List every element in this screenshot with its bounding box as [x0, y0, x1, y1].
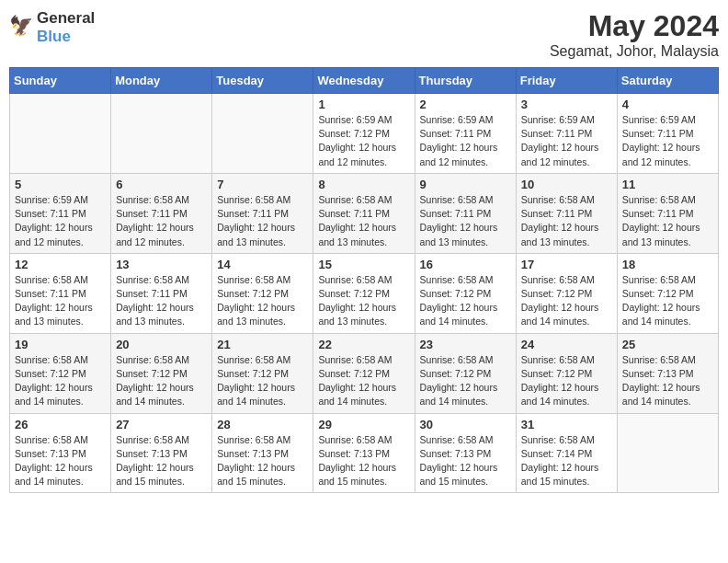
- day-number: 21: [217, 338, 308, 351]
- calendar-cell: 7Sunrise: 6:58 AM Sunset: 7:11 PM Daylig…: [212, 173, 313, 253]
- day-info: Sunrise: 6:58 AM Sunset: 7:14 PM Dayligh…: [521, 433, 612, 489]
- day-number: 8: [318, 178, 409, 191]
- day-number: 2: [420, 98, 511, 111]
- calendar-cell: 1Sunrise: 6:59 AM Sunset: 7:12 PM Daylig…: [313, 94, 415, 174]
- day-info: Sunrise: 6:58 AM Sunset: 7:13 PM Dayligh…: [15, 433, 106, 489]
- calendar-week-row: 19Sunrise: 6:58 AM Sunset: 7:12 PM Dayli…: [10, 333, 719, 413]
- weekday-header: Friday: [516, 68, 617, 94]
- day-number: 7: [217, 178, 308, 191]
- day-info: Sunrise: 6:58 AM Sunset: 7:11 PM Dayligh…: [318, 193, 409, 249]
- day-info: Sunrise: 6:58 AM Sunset: 7:12 PM Dayligh…: [420, 353, 511, 409]
- title-area: May 2024 Segamat, Johor, Malaysia: [550, 9, 719, 60]
- svg-text:🦅: 🦅: [9, 15, 34, 38]
- calendar-cell: 21Sunrise: 6:58 AM Sunset: 7:12 PM Dayli…: [212, 333, 313, 413]
- calendar-cell: 6Sunrise: 6:58 AM Sunset: 7:11 PM Daylig…: [111, 173, 212, 253]
- day-info: Sunrise: 6:58 AM Sunset: 7:12 PM Dayligh…: [622, 273, 713, 329]
- day-info: Sunrise: 6:58 AM Sunset: 7:12 PM Dayligh…: [521, 273, 612, 329]
- calendar-cell: 26Sunrise: 6:58 AM Sunset: 7:13 PM Dayli…: [10, 413, 111, 493]
- day-info: Sunrise: 6:58 AM Sunset: 7:13 PM Dayligh…: [622, 353, 713, 409]
- weekday-header: Monday: [111, 68, 212, 94]
- day-info: Sunrise: 6:59 AM Sunset: 7:11 PM Dayligh…: [521, 113, 612, 169]
- day-number: 5: [15, 178, 106, 191]
- day-number: 1: [318, 98, 409, 111]
- weekday-header: Sunday: [10, 68, 111, 94]
- day-number: 12: [15, 258, 106, 271]
- day-info: Sunrise: 6:59 AM Sunset: 7:11 PM Dayligh…: [420, 113, 511, 169]
- day-number: 25: [622, 338, 713, 351]
- day-number: 30: [420, 418, 511, 431]
- day-info: Sunrise: 6:58 AM Sunset: 7:12 PM Dayligh…: [420, 273, 511, 329]
- calendar-cell: 8Sunrise: 6:58 AM Sunset: 7:11 PM Daylig…: [313, 173, 415, 253]
- calendar-cell: 9Sunrise: 6:58 AM Sunset: 7:11 PM Daylig…: [415, 173, 516, 253]
- calendar-cell: 27Sunrise: 6:58 AM Sunset: 7:13 PM Dayli…: [111, 413, 212, 493]
- calendar-cell: [617, 413, 718, 493]
- location-subtitle: Segamat, Johor, Malaysia: [550, 43, 719, 60]
- calendar-table: SundayMondayTuesdayWednesdayThursdayFrid…: [9, 67, 719, 493]
- calendar-cell: 23Sunrise: 6:58 AM Sunset: 7:12 PM Dayli…: [415, 333, 516, 413]
- day-info: Sunrise: 6:58 AM Sunset: 7:12 PM Dayligh…: [318, 273, 409, 329]
- calendar-cell: 11Sunrise: 6:58 AM Sunset: 7:11 PM Dayli…: [617, 173, 718, 253]
- day-info: Sunrise: 6:58 AM Sunset: 7:11 PM Dayligh…: [622, 193, 713, 249]
- calendar-cell: 18Sunrise: 6:58 AM Sunset: 7:12 PM Dayli…: [617, 253, 718, 333]
- weekday-header: Wednesday: [313, 68, 415, 94]
- day-number: 23: [420, 338, 511, 351]
- calendar-cell: 16Sunrise: 6:58 AM Sunset: 7:12 PM Dayli…: [415, 253, 516, 333]
- day-number: 4: [622, 98, 713, 111]
- day-number: 15: [318, 258, 409, 271]
- day-number: 9: [420, 178, 511, 191]
- day-number: 26: [15, 418, 106, 431]
- logo: 🦅 General Blue: [9, 9, 95, 47]
- day-info: Sunrise: 6:58 AM Sunset: 7:11 PM Dayligh…: [521, 193, 612, 249]
- day-info: Sunrise: 6:58 AM Sunset: 7:11 PM Dayligh…: [116, 273, 207, 329]
- day-number: 22: [318, 338, 409, 351]
- day-info: Sunrise: 6:58 AM Sunset: 7:12 PM Dayligh…: [318, 353, 409, 409]
- day-number: 18: [622, 258, 713, 271]
- day-info: Sunrise: 6:59 AM Sunset: 7:12 PM Dayligh…: [318, 113, 409, 169]
- calendar-week-row: 5Sunrise: 6:59 AM Sunset: 7:11 PM Daylig…: [10, 173, 719, 253]
- day-info: Sunrise: 6:58 AM Sunset: 7:12 PM Dayligh…: [521, 353, 612, 409]
- day-info: Sunrise: 6:58 AM Sunset: 7:13 PM Dayligh…: [217, 433, 308, 489]
- day-info: Sunrise: 6:58 AM Sunset: 7:11 PM Dayligh…: [420, 193, 511, 249]
- day-number: 14: [217, 258, 308, 271]
- day-info: Sunrise: 6:59 AM Sunset: 7:11 PM Dayligh…: [622, 113, 713, 169]
- day-number: 3: [521, 98, 612, 111]
- calendar-cell: 24Sunrise: 6:58 AM Sunset: 7:12 PM Dayli…: [516, 333, 617, 413]
- weekday-header: Saturday: [617, 68, 718, 94]
- calendar-cell: 17Sunrise: 6:58 AM Sunset: 7:12 PM Dayli…: [516, 253, 617, 333]
- day-number: 27: [116, 418, 207, 431]
- day-number: 17: [521, 258, 612, 271]
- day-info: Sunrise: 6:58 AM Sunset: 7:11 PM Dayligh…: [217, 193, 308, 249]
- day-number: 31: [521, 418, 612, 431]
- day-info: Sunrise: 6:58 AM Sunset: 7:13 PM Dayligh…: [420, 433, 511, 489]
- day-number: 19: [15, 338, 106, 351]
- calendar-cell: 29Sunrise: 6:58 AM Sunset: 7:13 PM Dayli…: [313, 413, 415, 493]
- page-header: 🦅 General Blue May 2024 Segamat, Johor, …: [9, 9, 719, 60]
- calendar-week-row: 12Sunrise: 6:58 AM Sunset: 7:11 PM Dayli…: [10, 253, 719, 333]
- calendar-cell: 2Sunrise: 6:59 AM Sunset: 7:11 PM Daylig…: [415, 94, 516, 174]
- calendar-cell: 12Sunrise: 6:58 AM Sunset: 7:11 PM Dayli…: [10, 253, 111, 333]
- day-info: Sunrise: 6:58 AM Sunset: 7:13 PM Dayligh…: [318, 433, 409, 489]
- calendar-cell: 14Sunrise: 6:58 AM Sunset: 7:12 PM Dayli…: [212, 253, 313, 333]
- calendar-cell: 10Sunrise: 6:58 AM Sunset: 7:11 PM Dayli…: [516, 173, 617, 253]
- day-number: 16: [420, 258, 511, 271]
- day-number: 10: [521, 178, 612, 191]
- calendar-cell: 20Sunrise: 6:58 AM Sunset: 7:12 PM Dayli…: [111, 333, 212, 413]
- calendar-week-row: 26Sunrise: 6:58 AM Sunset: 7:13 PM Dayli…: [10, 413, 719, 493]
- calendar-cell: [111, 94, 212, 174]
- day-info: Sunrise: 6:58 AM Sunset: 7:12 PM Dayligh…: [217, 353, 308, 409]
- calendar-cell: 25Sunrise: 6:58 AM Sunset: 7:13 PM Dayli…: [617, 333, 718, 413]
- day-number: 11: [622, 178, 713, 191]
- logo-text: General Blue: [37, 9, 95, 47]
- day-info: Sunrise: 6:58 AM Sunset: 7:12 PM Dayligh…: [15, 353, 106, 409]
- day-number: 29: [318, 418, 409, 431]
- calendar-header-row: SundayMondayTuesdayWednesdayThursdayFrid…: [10, 68, 719, 94]
- day-info: Sunrise: 6:59 AM Sunset: 7:11 PM Dayligh…: [15, 193, 106, 249]
- weekday-header: Thursday: [415, 68, 516, 94]
- calendar-cell: 30Sunrise: 6:58 AM Sunset: 7:13 PM Dayli…: [415, 413, 516, 493]
- calendar-cell: 15Sunrise: 6:58 AM Sunset: 7:12 PM Dayli…: [313, 253, 415, 333]
- calendar-cell: 3Sunrise: 6:59 AM Sunset: 7:11 PM Daylig…: [516, 94, 617, 174]
- day-info: Sunrise: 6:58 AM Sunset: 7:12 PM Dayligh…: [116, 353, 207, 409]
- day-info: Sunrise: 6:58 AM Sunset: 7:13 PM Dayligh…: [116, 433, 207, 489]
- day-info: Sunrise: 6:58 AM Sunset: 7:12 PM Dayligh…: [217, 273, 308, 329]
- day-number: 13: [116, 258, 207, 271]
